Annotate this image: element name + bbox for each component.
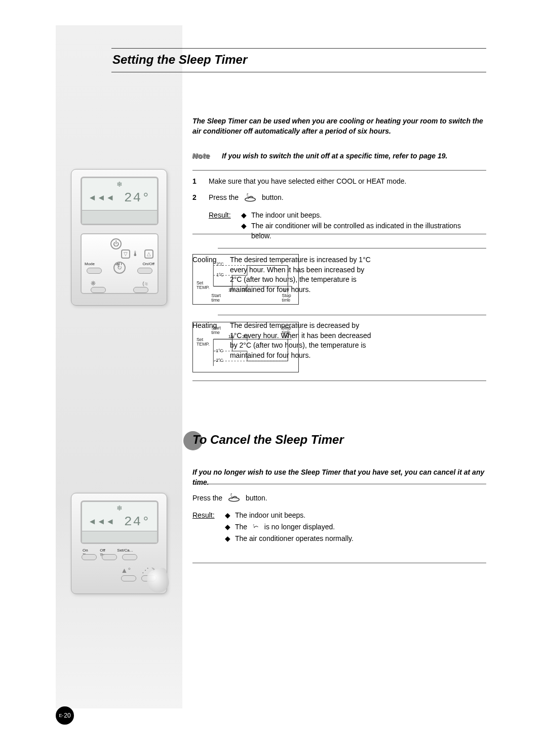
sleep-button-icon: [243, 191, 258, 205]
step-text-before: Press the: [209, 193, 239, 201]
cancel-intro-text: If you no longer wish to use the Sleep T…: [192, 468, 486, 487]
remote-screen: ❄ ◂◂◂ 24° ▸▸▸ ⋰☽: [81, 177, 159, 225]
power-icon: ⏻: [110, 238, 122, 249]
divider: [192, 234, 486, 234]
fan-icon: ❋: [91, 280, 96, 287]
svg-text:2hr: 2hr: [242, 334, 249, 339]
step-1: 1Make sure that you have selected either…: [192, 176, 406, 186]
sleep-icon: [251, 522, 260, 533]
remote-illustration-2: ❄ ◂◂◂ 24° ▸▸▸ On Timer Off Timer Set/Ca.…: [71, 493, 167, 594]
left-gray-column: [56, 25, 182, 708]
page-title: Setting the Sleep Timer: [112, 53, 486, 67]
svg-text:2°C: 2°C: [216, 262, 224, 267]
note-label: Note: [192, 152, 222, 160]
remote-button: [82, 554, 97, 560]
divider: [192, 563, 486, 563]
subtitle: To Cancel the Sleep Timer: [192, 433, 344, 447]
remote-button: [137, 268, 152, 274]
snowflake-icon: ❄: [82, 180, 157, 188]
bullet-icon: ◆: [225, 533, 235, 544]
svg-text:TEMP.: TEMP.: [197, 342, 210, 347]
down-button-icon: ▽: [121, 249, 130, 259]
thermometer-icon: 🌡: [132, 249, 139, 258]
svg-text:6hr: 6hr: [283, 287, 290, 292]
svg-text:6hr: 6hr: [283, 334, 290, 339]
remote-keypad: ⏻ ▽ 🌡 △ Mode tal i On/Off ↻ ❋ ⦅≋: [81, 233, 159, 294]
result-label: Result:: [192, 510, 223, 521]
sleep-icon: ⋰☽: [90, 215, 102, 222]
divider: [192, 381, 486, 381]
bullet-text: The is no longer displayed.: [235, 521, 335, 533]
note-row: Note If you wish to switch the unit off …: [192, 152, 486, 160]
snowflake-icon: ❄: [82, 504, 157, 512]
page-prefix: E-: [59, 713, 63, 718]
step-number: 2: [192, 192, 209, 202]
step-text-after: button.: [262, 193, 284, 201]
cooling-chart: SetTEMP. 2°C 1°C 1hr2hr6hr Starttime Sto…: [192, 254, 299, 305]
svg-text:-2°C: -2°C: [214, 358, 223, 363]
svg-text:1hr: 1hr: [228, 287, 235, 292]
swing-icon: ⦅≋: [142, 280, 148, 287]
up-button-icon: △: [144, 249, 153, 259]
bullet-icon: ◆: [225, 521, 235, 533]
bullet-icon: ◆: [241, 210, 251, 220]
remote-button: [133, 287, 148, 293]
divider: [192, 170, 486, 171]
bullet-text: The indoor unit beeps.: [235, 510, 305, 521]
remote-screen: ❄ ◂◂◂ 24° ▸▸▸: [81, 500, 159, 544]
note-text: If you wish to switch the unit off at a …: [222, 152, 486, 160]
remote-illustration-1: ❄ ◂◂◂ 24° ▸▸▸ ⋰☽ ⏻ ▽ 🌡 △ Mode tal i On/O…: [71, 169, 167, 306]
result-label: Result:: [209, 210, 239, 220]
bullet-icon: ◆: [241, 221, 251, 241]
svg-text:time: time: [211, 330, 220, 335]
cancel-step: Press the button. Result: ◆The indoor un…: [192, 491, 354, 544]
section-title-bar: Setting the Sleep Timer: [111, 48, 486, 72]
mode-label: Mode: [85, 262, 95, 266]
bullet-text: The indoor unit beeps.: [251, 210, 322, 220]
remote-button: [121, 575, 136, 581]
remote-button: [87, 268, 102, 274]
step-text: Make sure that you have selected either …: [209, 177, 406, 185]
step-number: 1: [192, 176, 209, 186]
svg-text:1hr: 1hr: [228, 334, 235, 339]
heating-chart: SetTEMP. -1°C -2°C 1hr2hr6hr Starttime S…: [192, 322, 299, 372]
svg-text:2hr: 2hr: [242, 287, 249, 292]
page-number: 20: [64, 712, 70, 719]
divider: [218, 315, 486, 315]
bullet-icon: ◆: [225, 510, 235, 521]
intro-text: The Sleep Timer can be used when you are…: [192, 116, 486, 136]
svg-text:-1°C: -1°C: [214, 348, 223, 353]
bullet-text: The air conditioner operates normally.: [235, 533, 354, 544]
step-text-after: button.: [246, 494, 267, 502]
step-text-before: Press the: [192, 494, 222, 502]
turbo-icon: ▲°: [121, 566, 131, 574]
page-number-badge: E-20: [56, 706, 74, 725]
remote-button: [102, 554, 117, 560]
svg-text:time: time: [211, 298, 220, 303]
display-temperature: ◂◂◂ 24° ▸▸▸: [82, 189, 157, 222]
svg-text:TEMP.: TEMP.: [197, 285, 210, 290]
onoff-label: On/Off: [143, 262, 154, 266]
svg-text:time: time: [282, 298, 291, 303]
svg-text:1°C: 1°C: [216, 272, 224, 277]
remote-button: [122, 554, 137, 560]
bullet-text: The air conditioner will be controlled a…: [251, 221, 469, 241]
sleep-button-icon: [226, 491, 242, 506]
remote-button: [91, 287, 106, 293]
divider: [192, 484, 486, 484]
svg-text:time: time: [282, 330, 291, 335]
divider: [218, 248, 486, 248]
display-temperature: ◂◂◂ 24° ▸▸▸: [82, 513, 157, 545]
